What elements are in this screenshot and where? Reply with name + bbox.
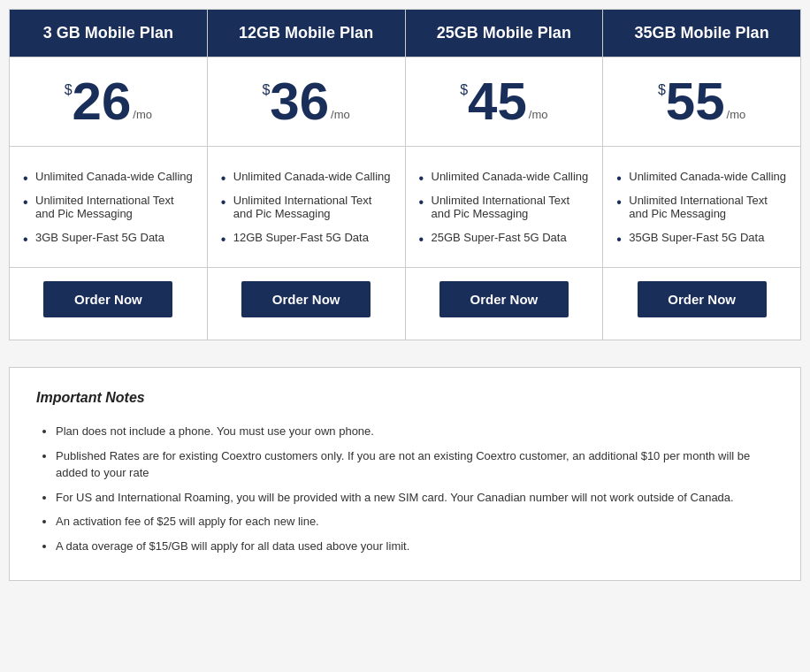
price-period: /mo [331,108,350,121]
plan-button-cell-35gb: Order Now [603,268,801,340]
dollar-sign: $ [262,82,270,98]
feature-item: 3GB Super-Fast 5G Data [23,225,194,249]
plan-header-25gb: 25GB Mobile Plan [405,10,603,57]
note-item: A data overage of $15/GB will apply for … [56,534,774,559]
important-notes-heading: Important Notes [36,390,774,406]
feature-item: Unlimited Canada-wide Calling [221,164,392,188]
plan-features-cell-25gb: Unlimited Canada-wide CallingUnlimited I… [405,147,603,268]
feature-item: Unlimited Canada-wide Calling [23,164,194,188]
feature-item: 35GB Super-Fast 5G Data [616,225,787,249]
dollar-sign: $ [65,82,73,98]
note-item: An activation fee of $25 will apply for … [56,509,774,534]
note-item: For US and International Roaming, you wi… [56,485,774,510]
plan-header-3gb: 3 GB Mobile Plan [10,10,208,57]
dollar-sign: $ [658,82,666,98]
price-amount: 36 [270,75,329,128]
dollar-sign: $ [460,82,468,98]
feature-item: 12GB Super-Fast 5G Data [221,225,392,249]
plan-price-cell-35gb: $ 55 /mo [603,57,801,147]
price-period: /mo [727,108,746,121]
plan-features-cell-12gb: Unlimited Canada-wide CallingUnlimited I… [207,147,405,268]
price-amount: 26 [73,75,132,128]
plan-price-cell-12gb: $ 36 /mo [207,57,405,147]
price-wrapper: $ 26 /mo [65,75,152,128]
order-now-button-25gb[interactable]: Order Now [439,281,569,317]
feature-item: Unlimited International Text and Pic Mes… [23,188,194,225]
plan-features-cell-35gb: Unlimited Canada-wide CallingUnlimited I… [603,147,801,268]
plan-price-cell-3gb: $ 26 /mo [10,57,208,147]
note-item: Published Rates are for existing Coextro… [56,444,774,485]
price-wrapper: $ 55 /mo [658,75,745,128]
order-now-button-3gb[interactable]: Order Now [43,281,172,317]
price-wrapper: $ 36 /mo [262,75,349,128]
plans-table: 3 GB Mobile Plan12GB Mobile Plan25GB Mob… [9,9,801,340]
plan-button-cell-12gb: Order Now [207,268,405,340]
feature-item: Unlimited International Text and Pic Mes… [221,188,392,225]
note-item: Plan does not include a phone. You must … [56,419,774,444]
order-now-button-12gb[interactable]: Order Now [241,281,371,317]
feature-item: 25GB Super-Fast 5G Data [419,225,590,249]
feature-item: Unlimited International Text and Pic Mes… [419,188,590,225]
plan-header-35gb: 35GB Mobile Plan [603,10,801,57]
order-now-button-35gb[interactable]: Order Now [638,281,767,317]
price-period: /mo [133,108,152,121]
feature-item: Unlimited Canada-wide Calling [616,164,787,188]
important-notes-section: Important Notes Plan does not include a … [9,367,801,581]
plan-button-cell-25gb: Order Now [405,268,603,340]
price-amount: 45 [468,75,527,128]
feature-item: Unlimited International Text and Pic Mes… [616,188,787,225]
plan-button-cell-3gb: Order Now [10,268,208,340]
notes-list: Plan does not include a phone. You must … [36,419,774,558]
plan-price-cell-25gb: $ 45 /mo [405,57,603,147]
price-wrapper: $ 45 /mo [460,75,547,128]
price-period: /mo [529,108,548,121]
plan-features-cell-3gb: Unlimited Canada-wide CallingUnlimited I… [10,147,208,268]
plan-header-12gb: 12GB Mobile Plan [207,10,405,57]
price-amount: 55 [666,75,725,128]
feature-item: Unlimited Canada-wide Calling [419,164,590,188]
